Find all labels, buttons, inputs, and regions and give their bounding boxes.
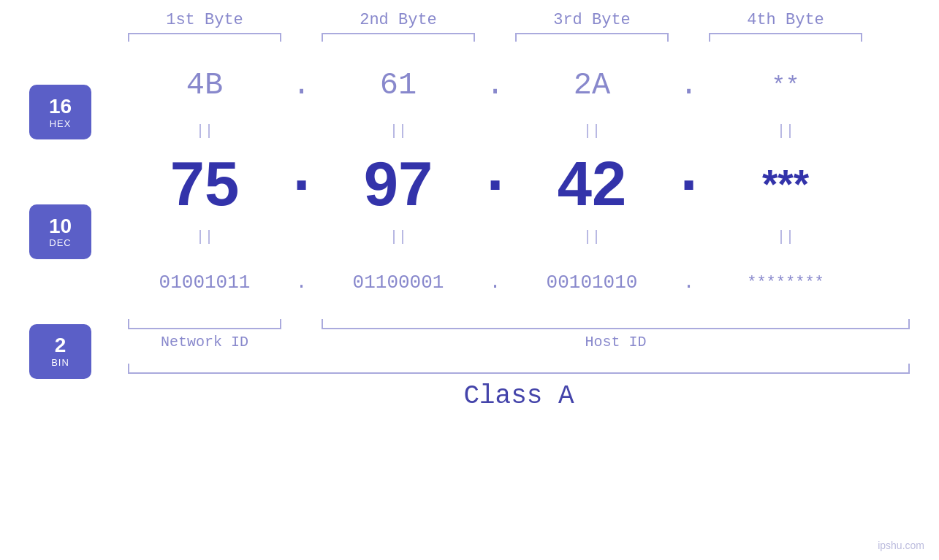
eq-row-2: || || || || xyxy=(128,224,910,250)
eq2-b1: || xyxy=(128,229,281,245)
dec-b3: 42 xyxy=(515,148,669,220)
bin-b4: ******** xyxy=(709,274,862,292)
hex-badge-label: HEX xyxy=(50,118,72,129)
host-bracket xyxy=(322,319,910,329)
hex-b2-value: 61 xyxy=(380,68,417,103)
eq1-b2: || xyxy=(322,123,475,139)
eq2-b3: || xyxy=(515,229,669,245)
dec-b4: *** xyxy=(709,161,862,207)
bin-dot1: . xyxy=(281,272,322,294)
label-spacer xyxy=(281,334,322,350)
hex-dot2: . xyxy=(475,68,515,103)
network-bracket xyxy=(128,319,281,329)
hex-b1: 4B xyxy=(128,68,281,103)
dec-badge-wrapper: 10 DEC xyxy=(29,184,128,279)
bin-badge-wrapper: 2 BIN xyxy=(29,304,128,399)
dec-badge: 10 DEC xyxy=(29,204,91,259)
bracket-spacer1 xyxy=(281,319,322,329)
bin-badge-label: BIN xyxy=(51,357,69,368)
hex-badge-wrapper: 16 HEX xyxy=(29,65,128,160)
bin-dot2: . xyxy=(475,272,515,294)
dec-dot1: · xyxy=(281,153,322,215)
bracket-byte4 xyxy=(709,33,862,42)
bracket-byte1 xyxy=(128,33,281,42)
bin-dot3: . xyxy=(669,272,709,294)
bin-b3-value: 00101010 xyxy=(547,272,638,294)
hex-b3: 2A xyxy=(515,68,669,103)
dec-b3-value: 42 xyxy=(558,148,627,220)
byte3-header: 3rd Byte xyxy=(515,11,669,29)
byte2-header: 2nd Byte xyxy=(322,11,475,29)
host-id-label: Host ID xyxy=(322,334,910,350)
byte1-header: 1st Byte xyxy=(128,11,281,29)
eq1-b4: || xyxy=(709,123,862,139)
hex-b2: 61 xyxy=(322,68,475,103)
bin-b4-value: ******** xyxy=(747,274,824,292)
top-brackets xyxy=(128,33,910,42)
eq2-b2: || xyxy=(322,229,475,245)
bin-badge: 2 BIN xyxy=(29,324,91,379)
hex-b3-value: 2A xyxy=(574,68,610,103)
hex-row: 4B . 61 . 2A . ** xyxy=(128,53,910,118)
dec-b4-value: *** xyxy=(762,161,809,207)
hex-b1-value: 4B xyxy=(186,68,223,103)
eq2-b4: || xyxy=(709,229,862,245)
byte4-header: 4th Byte xyxy=(709,11,862,29)
watermark: ipshu.com xyxy=(878,540,924,551)
dec-row: 75 · 97 · 42 · *** xyxy=(128,144,910,224)
hex-badge-num: 16 xyxy=(49,96,72,118)
bin-badge-num: 2 xyxy=(55,334,66,357)
dec-badge-num: 10 xyxy=(49,215,72,238)
bin-row: 01001011 . 01100001 . 00101010 . xyxy=(128,250,910,315)
bracket-byte3 xyxy=(515,33,669,42)
class-bracket xyxy=(128,364,910,374)
bracket-byte2 xyxy=(322,33,475,42)
id-labels-row: Network ID Host ID xyxy=(128,334,910,350)
dec-b1-value: 75 xyxy=(170,148,240,220)
bottom-brackets xyxy=(128,319,910,329)
values-section: 4B . 61 . 2A . ** xyxy=(128,53,910,411)
dec-dot3: · xyxy=(669,153,709,215)
dec-badge-label: DEC xyxy=(49,237,71,248)
eq1-b1: || xyxy=(128,123,281,139)
bin-b3: 00101010 xyxy=(515,272,669,294)
main-layout: 1st Byte 2nd Byte 3rd Byte 4th Byte 16 H… xyxy=(0,0,939,560)
hex-dot1: . xyxy=(281,68,322,103)
dec-dot2: · xyxy=(475,153,515,215)
bin-b1: 01001011 xyxy=(128,272,281,294)
hex-b4: ** xyxy=(709,72,862,99)
hex-dot3: . xyxy=(669,68,709,103)
dec-b1: 75 xyxy=(128,148,281,220)
middle-section: 16 HEX 10 DEC 2 BIN xyxy=(29,53,910,411)
bin-b1-value: 01001011 xyxy=(159,272,251,294)
dec-b2-value: 97 xyxy=(364,148,433,220)
network-id-label: Network ID xyxy=(128,334,281,350)
byte-headers-row: 1st Byte 2nd Byte 3rd Byte 4th Byte xyxy=(128,11,910,29)
dec-b2: 97 xyxy=(322,148,475,220)
eq-row-1: || || || || xyxy=(128,118,910,144)
hex-badge: 16 HEX xyxy=(29,85,91,139)
bin-b2-value: 01100001 xyxy=(353,272,444,294)
hex-b4-value: ** xyxy=(772,72,799,99)
bin-b2: 01100001 xyxy=(322,272,475,294)
class-label: Class A xyxy=(128,381,910,411)
eq1-b3: || xyxy=(515,123,669,139)
badges-column: 16 HEX 10 DEC 2 BIN xyxy=(29,53,128,411)
